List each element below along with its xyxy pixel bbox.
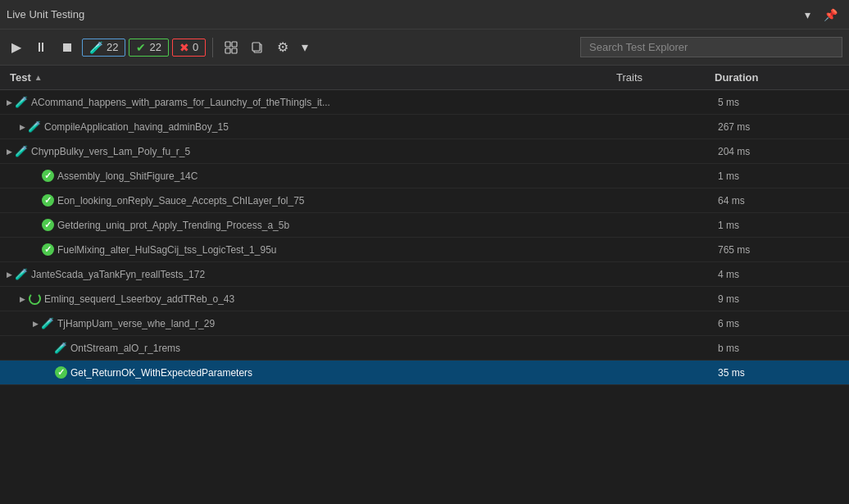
column-header: Test ▲ Traits Duration [0, 66, 849, 90]
test-row[interactable]: ▶🧪TjHampUam_verse_whe_land_r_296 ms [0, 311, 849, 336]
test-row[interactable]: ▶Emling_sequerd_Lseerboy_addTReb_o_439 m… [0, 287, 849, 311]
expand-button[interactable] [30, 244, 41, 256]
expand-button[interactable] [43, 367, 54, 379]
pin-button[interactable]: 📌 [819, 7, 842, 23]
sort-icon: ▲ [34, 73, 43, 82]
test-duration: 6 ms [715, 318, 846, 329]
test-name: Getdering_uniq_prot_Apply_Trending_Proce… [57, 220, 616, 231]
test-duration: 204 ms [715, 146, 846, 157]
search-input[interactable] [580, 37, 842, 57]
test-row[interactable]: ▶🧪ChynpBulky_vers_Lam_Poly_fu_r_5204 ms [0, 139, 849, 164]
cross-count: 0 [193, 41, 198, 53]
test-name: OntStream_alO_r_1rems [70, 343, 616, 354]
test-status-icon [28, 293, 41, 306]
expand-button[interactable]: ▶ [16, 121, 28, 133]
test-row[interactable]: ✓FuelMixing_alter_HulSagCij_tss_LogicTes… [0, 238, 849, 262]
expand-button[interactable]: ▶ [3, 146, 15, 157]
test-duration: 64 ms [715, 195, 846, 207]
test-row[interactable]: ▶🧪JanteScada_yaTankFyn_reallTests_1724 m… [0, 262, 849, 287]
expand-button[interactable] [30, 220, 41, 231]
col-duration-header: Duration [715, 71, 846, 84]
cross-count-badge[interactable]: ✖ 0 [172, 39, 206, 57]
test-name: CompileApplication_having_adminBoy_15 [44, 121, 616, 133]
test-status-icon: ✓ [41, 170, 54, 183]
test-name: Emling_sequerd_Lseerboy_addTReb_o_43 [44, 293, 616, 305]
svg-rect-1 [232, 42, 237, 47]
expand-button[interactable] [43, 343, 54, 354]
expand-button[interactable] [30, 170, 41, 182]
expand-button[interactable]: ▶ [16, 293, 28, 305]
stop-button[interactable]: ⏹ [56, 37, 79, 58]
copy-button[interactable] [246, 38, 269, 57]
test-name: JanteScada_yaTankFyn_reallTests_172 [31, 269, 616, 280]
svg-rect-2 [225, 48, 230, 53]
test-status-icon: 🧪 [41, 317, 54, 330]
check-icon: ✔ [136, 41, 146, 54]
settings-button[interactable]: ⚙ [272, 36, 293, 58]
flask-icon: 🧪 [89, 41, 103, 54]
svg-rect-0 [225, 42, 230, 47]
test-row[interactable]: ✓Getdering_uniq_prot_Apply_Trending_Proc… [0, 213, 849, 238]
title-bar-left: Live Unit Testing [7, 8, 84, 20]
play-button[interactable]: ▶ [7, 36, 26, 58]
expand-button[interactable]: ▶ [3, 269, 15, 280]
test-duration: 35 ms [715, 367, 846, 379]
window-title: Live Unit Testing [7, 8, 84, 20]
test-status-icon: ✓ [41, 194, 54, 207]
test-duration: b ms [715, 343, 846, 354]
test-duration: 4 ms [715, 269, 846, 280]
test-name: ChynpBulky_vers_Lam_Poly_fu_r_5 [31, 146, 616, 157]
test-status-icon: 🧪 [54, 342, 67, 355]
test-status-icon: ✓ [41, 219, 54, 232]
test-status-icon: 🧪 [15, 145, 28, 158]
test-duration: 9 ms [715, 293, 846, 305]
pause-button[interactable]: ⏸ [30, 37, 52, 58]
test-row[interactable]: ▶🧪ACommand_happens_with_params_for_Launc… [0, 90, 849, 115]
col-test-header: Test ▲ [3, 71, 616, 84]
test-status-icon: ✓ [41, 243, 54, 257]
test-row[interactable]: ✓Eon_looking_onReply_Sauce_Accepts_ChILa… [0, 188, 849, 213]
dropdown-button[interactable]: ▾ [800, 7, 815, 23]
cross-icon: ✖ [179, 41, 189, 54]
check-count-badge[interactable]: ✔ 22 [129, 39, 168, 57]
toolbar: ▶ ⏸ ⏹ 🧪 22 ✔ 22 ✖ 0 ⚙ ▾ [0, 30, 849, 66]
check-count: 22 [149, 41, 161, 53]
test-name: ACommand_happens_with_params_for_Launchy… [31, 97, 616, 108]
col-traits-header: Traits [616, 71, 715, 84]
test-name: Get_ReturnOK_WithExpectedParameters [70, 367, 616, 379]
test-name: FuelMixing_alter_HulSagCij_tss_LogicTest… [57, 244, 616, 256]
test-row[interactable]: ✓Assembly_long_ShitFigure_14C1 ms [0, 164, 849, 188]
flask-count: 22 [107, 41, 118, 53]
test-name: Assembly_long_ShitFigure_14C [57, 170, 616, 182]
test-row[interactable]: ▶🧪CompileApplication_having_adminBoy_152… [0, 115, 849, 139]
group-button[interactable] [220, 38, 243, 57]
test-status-icon: 🧪 [15, 268, 28, 281]
expand-button[interactable]: ▶ [3, 97, 15, 108]
test-duration: 1 ms [715, 170, 846, 182]
test-row[interactable]: 🧪OntStream_alO_r_1remsb ms [0, 336, 849, 361]
title-bar: Live Unit Testing ▾ 📌 [0, 0, 849, 30]
test-status-icon: ✓ [54, 366, 67, 379]
test-name: Eon_looking_onReply_Sauce_Accepts_ChILay… [57, 195, 616, 207]
test-duration: 1 ms [715, 220, 846, 231]
test-status-icon: 🧪 [15, 96, 28, 109]
test-duration: 267 ms [715, 121, 846, 133]
test-list: ▶🧪ACommand_happens_with_params_for_Launc… [0, 90, 849, 504]
expand-button[interactable] [30, 195, 41, 207]
test-name: TjHampUam_verse_whe_land_r_29 [57, 318, 616, 329]
flask-count-badge[interactable]: 🧪 22 [82, 39, 125, 57]
svg-rect-3 [232, 48, 237, 53]
toolbar-dropdown-button[interactable]: ▾ [297, 36, 313, 58]
test-row[interactable]: ✓Get_ReturnOK_WithExpectedParameters35 m… [0, 361, 849, 385]
title-bar-right: ▾ 📌 [800, 7, 842, 23]
svg-rect-5 [252, 43, 260, 51]
test-duration: 765 ms [715, 244, 846, 256]
toolbar-separator [212, 38, 213, 57]
expand-button[interactable]: ▶ [30, 318, 41, 329]
test-duration: 5 ms [715, 97, 846, 108]
test-status-icon: 🧪 [28, 120, 41, 134]
